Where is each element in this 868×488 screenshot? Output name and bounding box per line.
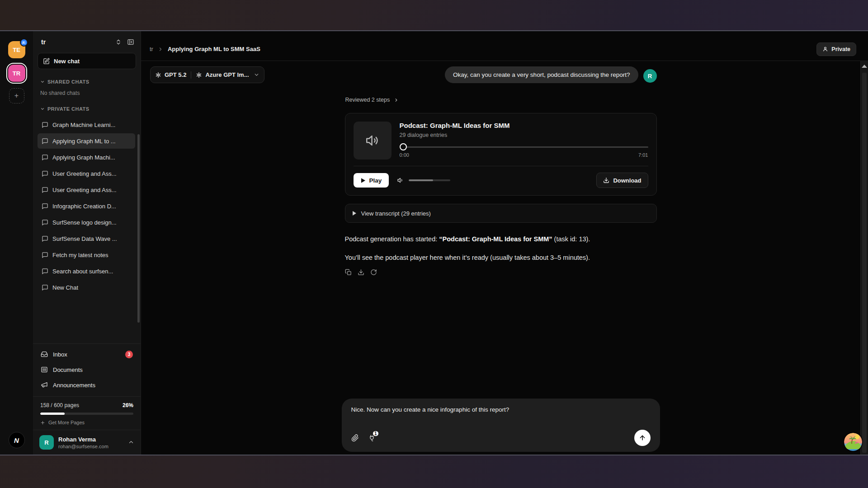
refresh-icon[interactable] (370, 269, 377, 276)
new-chat-button[interactable]: New chat (38, 53, 136, 69)
sidebar-item-inbox[interactable]: Inbox 3 (33, 347, 141, 362)
openai-logo-icon (155, 72, 161, 78)
message-square-icon (42, 122, 48, 128)
chat-item[interactable]: SurfSense logo design... (38, 215, 135, 230)
usage-pages: 158 / 600 pages (40, 402, 79, 408)
message-square-icon (42, 268, 48, 275)
message-square-icon (42, 187, 48, 193)
inbox-icon (41, 351, 48, 358)
arrow-up-icon (639, 434, 646, 441)
main-area: tr Applying Graph ML to SMM SaaS Private… (141, 31, 868, 455)
chevron-down-icon (40, 80, 45, 84)
chat-item[interactable]: Fetch my latest notes (38, 247, 135, 263)
breadcrumb-root[interactable]: tr (150, 46, 153, 52)
volume-slider[interactable] (409, 179, 450, 181)
chat-item[interactable]: User Greeting and Ass... (38, 182, 135, 197)
sidebar-scrollbar-thumb[interactable] (137, 134, 140, 323)
main-scrollbar[interactable] (860, 61, 868, 455)
chevron-down-icon[interactable] (254, 72, 259, 78)
podcast-thumbnail (354, 122, 392, 160)
profile-email: rohan@surfsense.com (58, 444, 108, 449)
chevron-up-icon (128, 439, 134, 446)
paperclip-icon[interactable] (351, 434, 359, 442)
sidebar-bottom: Inbox 3 Documents Announcements 158 / 60… (33, 343, 141, 455)
model-primary[interactable]: GPT 5.2 (155, 71, 186, 78)
triangle-right-icon (353, 211, 356, 216)
chat-item[interactable]: SurfSense Data Wave ... (38, 231, 135, 246)
podcast-seek-thumb[interactable] (400, 143, 407, 150)
documents-icon (41, 366, 48, 373)
status-podcast-name: “Podcast: Graph-ML Ideas for SMM” (439, 235, 552, 243)
send-button[interactable] (634, 430, 651, 446)
chat-item[interactable]: New Chat (38, 280, 135, 295)
chat-item[interactable]: Applying Graph Machi... (38, 150, 135, 165)
chevron-down-icon (40, 107, 45, 111)
main-header: tr Applying Graph ML to SMM SaaS Private (141, 31, 868, 61)
connectors-button[interactable]: 1 (368, 434, 376, 442)
usage-progress-fill (40, 413, 65, 415)
user-avatar: R (643, 69, 657, 83)
status-suffix: (task id: 13). (552, 235, 590, 243)
chat-item-label: Graph Machine Learni... (52, 122, 115, 128)
download-icon[interactable] (358, 269, 364, 276)
get-more-pages-button[interactable]: Get More Pages (40, 420, 133, 425)
chat-item-label: Fetch my latest notes (52, 252, 108, 258)
panel-left-close-icon[interactable] (127, 38, 134, 46)
private-chats-header[interactable]: PRIVATE CHATS (33, 106, 141, 112)
chat-item-label: User Greeting and Ass... (52, 187, 117, 193)
workspace-te-button[interactable]: TE (8, 41, 25, 58)
main-scrollbar-thumb[interactable] (862, 73, 867, 453)
announcements-label: Announcements (53, 382, 95, 389)
assistant-message-line2: You’ll see the podcast player here when … (345, 253, 657, 263)
chat-item[interactable]: Infographic Creation D... (38, 198, 135, 214)
sidebar-item-documents[interactable]: Documents (33, 362, 141, 377)
nextjs-dev-badge[interactable]: N (9, 432, 25, 448)
sidebar-item-announcements[interactable]: Announcements (33, 377, 141, 393)
inbox-label: Inbox (53, 351, 67, 358)
copy-icon[interactable] (345, 269, 352, 276)
message-input[interactable]: Nice. Now can you create a nice infograp… (351, 406, 651, 414)
openai-logo-icon (196, 72, 202, 78)
user-message-row: Okay, can you create a very short, podca… (345, 66, 657, 83)
private-chat-list: Graph Machine Learni... Applying Graph M… (33, 116, 141, 296)
inbox-badge: 3 (125, 351, 133, 358)
message-square-icon (42, 154, 48, 161)
chat-item-label: SurfSense logo design... (52, 219, 117, 226)
play-button[interactable]: Play (354, 173, 389, 188)
reviewed-steps-toggle[interactable]: Reviewed 2 steps (345, 97, 657, 103)
scroll-up-arrow-icon[interactable] (862, 65, 867, 68)
volume-fill (409, 179, 433, 181)
model-secondary[interactable]: Azure GPT Im... (196, 71, 249, 78)
plus-icon: + (14, 92, 19, 100)
chat-item-active[interactable]: Applying Graph ML to ... (38, 133, 135, 149)
profile-avatar: R (39, 435, 54, 450)
view-transcript-toggle[interactable]: View transcript (29 entries) (345, 204, 657, 223)
profile-menu[interactable]: R Rohan Verma rohan@surfsense.com (33, 430, 141, 455)
podcast-title: Podcast: Graph-ML Ideas for SMM (400, 122, 648, 129)
usage-meter: 158 / 600 pages 26% (33, 397, 141, 415)
workspace-tr-button[interactable]: TR (8, 65, 25, 82)
podcast-player-card: Podcast: Graph-ML Ideas for SMM 29 dialo… (345, 113, 657, 196)
podcast-seek-slider[interactable] (400, 143, 648, 151)
private-button[interactable]: Private (816, 42, 856, 56)
add-workspace-button[interactable]: + (9, 88, 24, 103)
shared-chats-header[interactable]: SHARED CHATS (33, 79, 141, 84)
chat-item[interactable]: Graph Machine Learni... (38, 117, 135, 132)
chat-item-label: Applying Graph Machi... (52, 154, 115, 161)
chat-item-label: Search about surfsen... (52, 268, 113, 275)
chat-item-label: Infographic Creation D... (52, 203, 116, 210)
model-secondary-label: Azure GPT Im... (205, 71, 249, 78)
workspace-rail: TE TR + N (0, 31, 33, 455)
download-button[interactable]: Download (596, 173, 648, 188)
usage-progressbar (40, 413, 133, 415)
chat-item[interactable]: Search about surfsen... (38, 263, 135, 279)
user-message-bubble: Okay, can you create a very short, podca… (445, 66, 638, 83)
play-icon (361, 178, 366, 183)
person-icon (822, 46, 828, 52)
usage-percent: 26% (123, 402, 133, 408)
chat-item[interactable]: User Greeting and Ass... (38, 166, 135, 181)
volume-icon[interactable] (397, 177, 404, 184)
workspace-name: tr (41, 38, 46, 46)
connector-count-badge: 1 (372, 430, 379, 437)
chevrons-up-down-icon[interactable] (115, 39, 122, 45)
